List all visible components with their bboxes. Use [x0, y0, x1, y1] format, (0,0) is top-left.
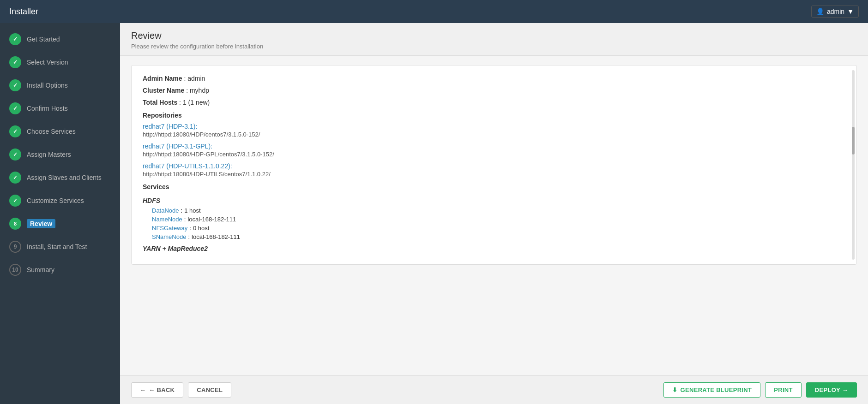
- total-hosts-row: Total Hosts : 1 (1 new): [143, 99, 845, 106]
- page-title: Review: [131, 30, 857, 41]
- back-arrow-icon: ←: [140, 386, 146, 393]
- footer-right: ⬇ GENERATE BLUEPRINT PRINT DEPLOY →: [663, 382, 857, 398]
- repo-1-url: http://httpd:18080/HDP/centos7/3.1.5.0-1…: [143, 131, 845, 138]
- sidebar-item-customize-services[interactable]: ✓ Customize Services: [0, 189, 120, 212]
- step-circle-11: 10: [9, 264, 21, 276]
- sidebar-label-customize-services: Customize Services: [27, 197, 84, 204]
- user-label: admin: [827, 8, 844, 15]
- step-circle-2: ✓: [9, 56, 21, 68]
- sidebar-label-choose-services: Choose Services: [27, 128, 76, 135]
- main-layout: ✓ Get Started ✓ Select Version ✓ Install…: [0, 23, 868, 404]
- repo-3-url: http://httpd:18080/HDP-UTILS/centos7/1.1…: [143, 171, 845, 178]
- step-circle-8: ✓: [9, 195, 21, 207]
- admin-name-value: admin: [187, 75, 205, 82]
- scrollbar-thumb[interactable]: [852, 127, 855, 154]
- services-section: HDFS DataNode : 1 host NameNode : local-…: [143, 197, 845, 252]
- step-circle-3: ✓: [9, 79, 21, 91]
- app-title: Installer: [9, 7, 38, 17]
- back-button[interactable]: ← ← BACK: [131, 382, 183, 398]
- repo-1: redhat7 (HDP-3.1): http://httpd:18080/HD…: [143, 123, 845, 138]
- chevron-down-icon: ▼: [847, 8, 854, 15]
- total-hosts-value: 1 (1 new): [183, 99, 210, 106]
- repo-1-link[interactable]: redhat7 (HDP-3.1):: [143, 123, 845, 130]
- sidebar-item-install-start[interactable]: 9 Install, Start and Test: [0, 235, 120, 258]
- repo-3-link[interactable]: redhat7 (HDP-UTILS-1.1.0.22):: [143, 162, 845, 170]
- repo-2: redhat7 (HDP-3.1-GPL): http://httpd:1808…: [143, 143, 845, 158]
- cluster-name-label: Cluster Name: [143, 87, 184, 94]
- services-label: Services: [143, 183, 845, 190]
- step-circle-10: 9: [9, 241, 21, 253]
- repo-2-url: http://httpd:18080/HDP-GPL/centos7/3.1.5…: [143, 151, 845, 158]
- deploy-label: DEPLOY →: [815, 386, 848, 393]
- service-group-yarn: YARN + MapReduce2: [143, 245, 845, 252]
- step-circle-9: 8: [9, 218, 21, 230]
- sidebar-label-review: Review: [27, 219, 55, 228]
- content-header: Review Please review the configuration b…: [120, 23, 868, 56]
- footer: ← ← BACK CANCEL ⬇ GENERATE BLUEPRINT PRI…: [120, 375, 868, 404]
- cluster-name-row: Cluster Name : myhdp: [143, 87, 845, 94]
- sidebar-label-confirm-hosts: Confirm Hosts: [27, 105, 68, 112]
- user-menu-button[interactable]: 👤 admin ▼: [811, 6, 859, 18]
- back-label: ← BACK: [149, 386, 175, 393]
- service-group-hdfs: HDFS: [143, 197, 845, 204]
- step-circle-6: ✓: [9, 149, 21, 160]
- user-icon: 👤: [816, 8, 824, 15]
- repo-2-link[interactable]: redhat7 (HDP-3.1-GPL):: [143, 143, 845, 150]
- sidebar-label-get-started: Get Started: [27, 36, 60, 43]
- sidebar-label-install-options: Install Options: [27, 82, 68, 89]
- sidebar-label-assign-slaves: Assign Slaves and Clients: [27, 174, 102, 181]
- generate-blueprint-button[interactable]: ⬇ GENERATE BLUEPRINT: [663, 382, 760, 398]
- sidebar-label-assign-masters: Assign Masters: [27, 151, 71, 158]
- sidebar-item-confirm-hosts[interactable]: ✓ Confirm Hosts: [0, 97, 120, 120]
- cancel-button[interactable]: CANCEL: [188, 382, 231, 398]
- admin-name-row: Admin Name : admin: [143, 75, 845, 82]
- page-subtitle: Please review the configuration before i…: [131, 43, 857, 50]
- sidebar-item-get-started[interactable]: ✓ Get Started: [0, 28, 120, 51]
- service-datanode: DataNode : 1 host: [143, 207, 845, 214]
- sidebar-label-select-version: Select Version: [27, 59, 68, 66]
- sidebar-label-summary: Summary: [27, 266, 54, 273]
- blueprint-label: GENERATE BLUEPRINT: [681, 386, 752, 393]
- step-circle-4: ✓: [9, 102, 21, 114]
- step-circle-1: ✓: [9, 33, 21, 45]
- sidebar-item-install-options[interactable]: ✓ Install Options: [0, 74, 120, 97]
- sidebar-item-choose-services[interactable]: ✓ Choose Services: [0, 120, 120, 143]
- content-body: Admin Name : admin Cluster Name : myhdp …: [120, 56, 868, 375]
- service-nfsgateway: NFSGateway : 0 host: [143, 225, 845, 232]
- step-circle-5: ✓: [9, 125, 21, 137]
- sidebar-item-assign-masters[interactable]: ✓ Assign Masters: [0, 143, 120, 166]
- cluster-name-value: myhdp: [190, 87, 209, 94]
- admin-name-label: Admin Name: [143, 75, 182, 82]
- deploy-button[interactable]: DEPLOY →: [806, 382, 857, 398]
- total-hosts-label: Total Hosts: [143, 99, 177, 106]
- print-button[interactable]: PRINT: [765, 382, 802, 398]
- topbar: Installer 👤 admin ▼: [0, 0, 868, 23]
- content-area: Review Please review the configuration b…: [120, 23, 868, 404]
- sidebar-label-install-start: Install, Start and Test: [27, 243, 87, 250]
- sidebar-item-assign-slaves[interactable]: ✓ Assign Slaves and Clients: [0, 166, 120, 189]
- download-icon: ⬇: [672, 386, 677, 393]
- sidebar-item-review[interactable]: 8 Review: [0, 212, 120, 235]
- repositories-label: Repositories: [143, 112, 845, 119]
- review-box: Admin Name : admin Cluster Name : myhdp …: [131, 65, 857, 265]
- sidebar-item-select-version[interactable]: ✓ Select Version: [0, 51, 120, 74]
- service-snamenode: SNameNode : local-168-182-111: [143, 233, 845, 240]
- sidebar: ✓ Get Started ✓ Select Version ✓ Install…: [0, 23, 120, 404]
- step-circle-7: ✓: [9, 172, 21, 184]
- footer-left: ← ← BACK CANCEL: [131, 382, 231, 398]
- service-namenode: NameNode : local-168-182-111: [143, 216, 845, 223]
- repo-3: redhat7 (HDP-UTILS-1.1.0.22): http://htt…: [143, 162, 845, 178]
- sidebar-item-summary[interactable]: 10 Summary: [0, 258, 120, 281]
- scrollbar-track[interactable]: [852, 70, 855, 260]
